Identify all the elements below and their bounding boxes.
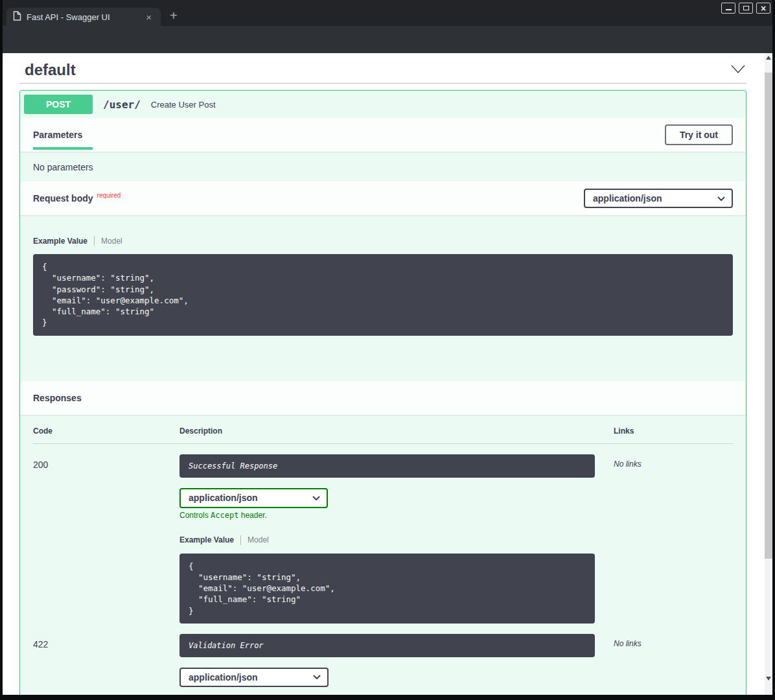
response-example-json: { "username": "string", "email": "user@e… — [179, 554, 595, 624]
response-media-type-select[interactable]: application/json — [179, 488, 328, 508]
method-badge: POST — [24, 95, 93, 114]
opblock-post-user: POST /user/ Create User Post Parameters … — [19, 90, 746, 695]
response-links: No links — [614, 634, 733, 695]
no-parameters-text: No parameters — [20, 152, 746, 181]
document-icon — [13, 11, 21, 23]
opblock-summary[interactable]: POST /user/ Create User Post — [20, 91, 746, 118]
window-border-right — [772, 0, 775, 700]
vertical-scrollbar[interactable] — [765, 53, 772, 695]
col-code: Code — [33, 426, 179, 436]
col-links: Links — [614, 426, 733, 436]
page-content: default POST /user/ Create User Post Par… — [3, 53, 765, 695]
response-row-200: 200 Successful Response application/json… — [33, 444, 733, 624]
chevron-down-icon — [717, 196, 725, 201]
api-section-title: default — [25, 61, 76, 79]
responses-header: Responses — [20, 381, 746, 415]
chevron-down-icon — [313, 675, 321, 679]
scroll-down-arrow-icon[interactable] — [766, 677, 771, 681]
scroll-up-arrow-icon[interactable] — [766, 56, 771, 60]
scrollbar-thumb[interactable] — [765, 73, 772, 559]
minimize-icon — [726, 9, 732, 10]
chevron-down-icon[interactable] — [731, 64, 745, 76]
request-body-title: Request bodyrequired — [33, 193, 121, 204]
window-minimize-button[interactable] — [721, 3, 735, 14]
tab-separator — [240, 535, 241, 545]
tab-model[interactable]: Model — [101, 237, 122, 246]
request-body-header: Request bodyrequired application/json — [20, 181, 746, 215]
tab-title: Fast API - Swagger UI — [27, 12, 143, 22]
responses-table-header: Code Description Links — [33, 426, 733, 444]
browser-tab[interactable]: Fast API - Swagger UI × — [6, 8, 161, 26]
tab-close-icon[interactable]: × — [143, 12, 154, 22]
col-description: Description — [179, 426, 614, 436]
response-description: Validation Error — [179, 634, 595, 657]
window-border-bottom — [0, 695, 775, 700]
request-example-json: { "username": "string", "password": "str… — [33, 254, 733, 336]
responses-title: Responses — [33, 393, 82, 403]
browser-toolbar: 127.0.0.1:8000/docs ☆ — [0, 26, 775, 53]
tab-strip: Fast API - Swagger UI × + × — [0, 0, 775, 26]
response-links: No links — [614, 454, 733, 624]
endpoint-path: /user/ — [103, 99, 141, 111]
tab-example-value[interactable]: Example Value — [33, 237, 87, 246]
window-border-left — [0, 0, 3, 700]
section-divider — [19, 83, 746, 84]
window-maximize-button[interactable] — [739, 3, 753, 14]
response-media-type-select[interactable]: application/json — [179, 668, 329, 687]
maximize-icon — [743, 6, 749, 10]
tab-model[interactable]: Model — [248, 535, 269, 544]
try-it-out-button[interactable]: Try it out — [665, 124, 733, 145]
chevron-down-icon — [312, 496, 320, 500]
tab-example-value[interactable]: Example Value — [179, 535, 234, 544]
accept-header-note: Controls Accept header. — [179, 511, 614, 520]
window-close-button[interactable]: × — [756, 3, 770, 14]
endpoint-summary: Create User Post — [151, 100, 216, 110]
new-tab-button[interactable]: + — [170, 9, 178, 22]
response-row-422: 422 Validation Error application/json Ex… — [33, 624, 733, 695]
response-description: Successful Response — [179, 454, 595, 478]
parameters-title: Parameters — [33, 130, 82, 140]
parameters-header: Parameters Try it out — [20, 118, 746, 152]
request-media-type-select[interactable]: application/json — [584, 189, 733, 208]
required-label: required — [97, 192, 121, 199]
response-code: 200 — [33, 454, 179, 624]
response-code: 422 — [33, 634, 179, 695]
tab-separator — [94, 236, 95, 246]
